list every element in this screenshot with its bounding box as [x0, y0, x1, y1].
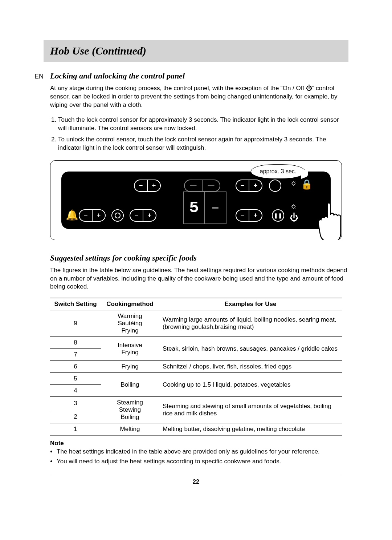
- title-band: Hob Use (Continued): [44, 40, 348, 62]
- display-digit-right: –: [205, 192, 226, 223]
- power-icon: ⏻: [290, 212, 299, 222]
- note-item: You will need to adjust the heat setting…: [57, 458, 342, 466]
- section1-heading: Locking and unlocking the control panel: [50, 71, 348, 81]
- table-row: 9 Warming Sautéing Frying Warming large …: [50, 310, 342, 337]
- hob-control-panel: −+ −+ ☼ 🔒 5 – —— 🔔 −+ −+ −+ ❚❚ ☼ ⏻: [61, 172, 331, 229]
- pause-icon: ❚❚: [272, 209, 284, 222]
- plus-minus-control: −+: [236, 180, 262, 192]
- zone-indicator-icon: [269, 180, 281, 192]
- page-number: 22: [44, 479, 348, 485]
- brightness-icon: ☼: [290, 201, 297, 211]
- settings-table: Switch Setting Cookingmethod Examples fo…: [50, 298, 342, 436]
- timer-bell-icon: 🔔: [66, 209, 78, 221]
- step-1: Touch the lock control sensor for approx…: [58, 116, 348, 133]
- display-digit-left: 5: [184, 192, 205, 223]
- table-row: 8 Intensive Frying Steak, sirloin, hash …: [50, 337, 342, 349]
- section2-intro: The figures in the table below are guide…: [50, 266, 348, 291]
- section1-steps: Touch the lock control sensor for approx…: [50, 116, 348, 152]
- section1-intro: At any stage during the cooking process,…: [50, 84, 348, 109]
- note-block: Note The heat settings indicated in the …: [50, 439, 342, 466]
- language-tag: EN: [34, 73, 44, 80]
- table-header: Cookingmethod: [101, 298, 159, 310]
- plus-minus-control: −+: [134, 180, 161, 192]
- plus-minus-control: −+: [130, 209, 156, 222]
- segment-dash: ——: [184, 180, 220, 192]
- footer-divider: [50, 474, 342, 474]
- note-item: The heat settings indicated in the table…: [57, 448, 342, 456]
- plus-minus-control: −+: [79, 209, 106, 222]
- digital-display: 5 –: [183, 192, 226, 224]
- plus-minus-control: −+: [236, 209, 262, 222]
- table-header: Examples for Use: [159, 298, 342, 310]
- step-2: To unlock the control sensor, touch the …: [58, 136, 348, 152]
- table-row: 3 Steaming Stewing Boiling Steaming and …: [50, 397, 342, 410]
- brightness-icon: ☼: [290, 178, 297, 188]
- note-title: Note: [50, 439, 342, 448]
- table-row: 5 Boiling Cooking up to 1.5 l liquid, po…: [50, 373, 342, 385]
- hand-pointer-icon: [313, 200, 342, 240]
- lock-icon: 🔒: [301, 179, 313, 190]
- table-row: 6 Frying Schnitzel / chops, liver, fish,…: [50, 361, 342, 373]
- control-panel-figure: approx. 3 sec. −+ −+ ☼ 🔒 5 – —— 🔔 −+ −+ …: [50, 160, 342, 240]
- table-header: Switch Setting: [50, 298, 101, 310]
- table-row: 1 Melting Melting butter, dissolving gel…: [50, 423, 342, 436]
- zone-selector-icon: [111, 209, 124, 222]
- page-title: Hob Use (Continued): [50, 45, 146, 57]
- section2-heading: Suggested settings for cooking specific …: [50, 253, 348, 263]
- speech-bubble: approx. 3 sec.: [251, 164, 305, 179]
